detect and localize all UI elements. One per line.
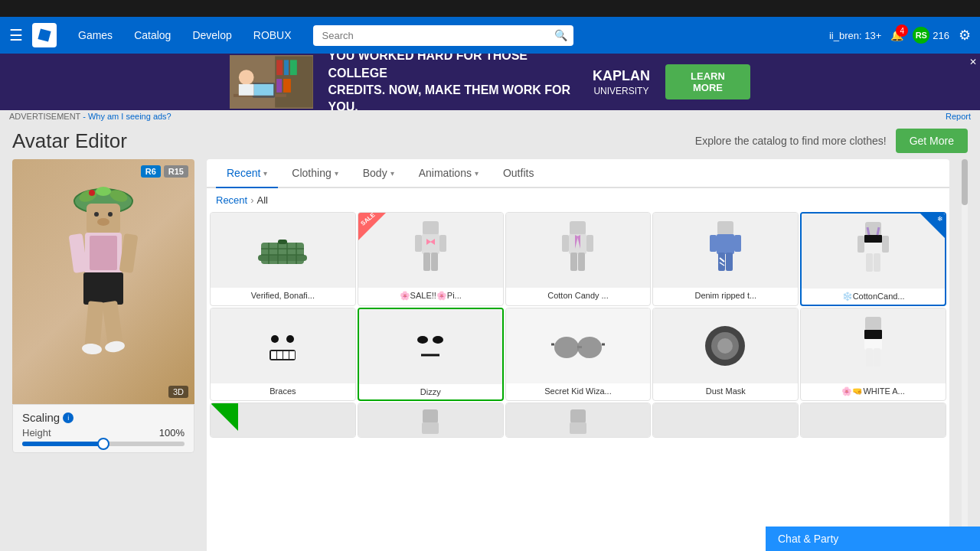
nav-catalog[interactable]: Catalog	[125, 24, 180, 46]
catalog-item-15[interactable]	[800, 403, 946, 438]
catalog-item-9[interactable]: Dust Mask	[652, 308, 799, 401]
catalog-item-14[interactable]	[652, 403, 799, 438]
catalog-item-7[interactable]: Dizzy	[358, 308, 504, 401]
catalog-item-10[interactable]: 🌸🤜WHITE A...	[800, 308, 946, 401]
svg-point-17	[89, 190, 95, 196]
navbar: ☰ Games Catalog Develop ROBUX 🔍 ii_bren:…	[0, 17, 980, 54]
nav-games[interactable]: Games	[69, 24, 122, 46]
item-name-6: Braces	[211, 383, 355, 399]
svg-line-68	[877, 227, 879, 235]
item-image-8	[506, 308, 651, 383]
robux-display[interactable]: RS 216	[913, 27, 949, 44]
catalog-item-8[interactable]: Secret Kid Wiza...	[505, 308, 652, 401]
svg-rect-95	[422, 422, 439, 434]
svg-rect-73	[277, 351, 283, 359]
search-container: 🔍	[313, 25, 573, 46]
catalog-item-2[interactable]: SALE 🌸SALE!!🌸Pi...	[358, 212, 504, 306]
search-input[interactable]	[313, 25, 573, 46]
get-more-button[interactable]: Get More	[896, 129, 968, 153]
catalog-item-6[interactable]: Braces	[210, 308, 356, 401]
svg-rect-7	[283, 79, 291, 93]
notifications-icon[interactable]: 🔔 4	[890, 29, 903, 41]
ad-text: YOU WORKED HARD FOR THOSE COLLEGE CREDIT…	[328, 54, 577, 110]
item-image-12	[358, 403, 503, 438]
svg-point-81	[577, 337, 602, 358]
svg-rect-32	[258, 255, 307, 261]
catalog-item-12[interactable]	[358, 403, 504, 438]
catalog-item-11[interactable]	[210, 403, 356, 438]
chat-bar[interactable]: Chat & Party	[766, 527, 980, 551]
height-label: Height	[22, 427, 51, 439]
item-image-4	[653, 213, 798, 288]
item-name-4: Denim ripped t...	[653, 288, 798, 303]
tab-outfits[interactable]: Outfits	[492, 159, 544, 188]
catalog-item-13[interactable]	[505, 403, 652, 438]
tab-body[interactable]: Body▾	[352, 159, 405, 188]
svg-rect-96	[570, 409, 586, 423]
svg-rect-75	[289, 351, 295, 359]
tab-clothing[interactable]: Clothing▾	[281, 159, 348, 188]
item-image-9	[653, 308, 798, 383]
item-image-10	[801, 308, 946, 383]
svg-point-77	[433, 336, 443, 344]
catalog-scrollbar[interactable]	[962, 159, 968, 551]
scaling-title-text: Scaling	[22, 411, 60, 424]
breadcrumb-parent[interactable]: Recent	[216, 194, 247, 206]
scrollbar-thumb[interactable]	[962, 159, 968, 205]
navbar-right: ii_bren: 13+ 🔔 4 RS 216 ⚙	[829, 27, 971, 44]
scaling-section: Scaling i Height 100%	[12, 404, 194, 453]
height-slider-thumb[interactable]	[97, 438, 109, 450]
menu-icon[interactable]: ☰	[9, 26, 23, 44]
avatar-preview: R6 R15	[12, 159, 194, 404]
item-image-15	[801, 403, 946, 438]
ad-footer: ADVERTISEMENT - Why am I seeing ads? Rep…	[0, 110, 980, 122]
svg-rect-26	[119, 233, 139, 273]
breadcrumb-sep: ›	[250, 194, 253, 206]
svg-rect-23	[90, 236, 117, 270]
catalog-item-4[interactable]: Denim ripped t...	[652, 212, 799, 306]
3d-badge[interactable]: 3D	[168, 386, 188, 398]
svg-rect-28	[102, 301, 123, 347]
r15-badge[interactable]: R15	[164, 165, 188, 178]
svg-rect-65	[858, 236, 864, 253]
nav-develop[interactable]: Develop	[183, 24, 240, 46]
explore-text: Explore the catalog to find more clothes…	[695, 135, 887, 147]
svg-point-11	[239, 70, 254, 85]
svg-rect-87	[865, 317, 881, 331]
main-content: R6 R15	[0, 153, 980, 551]
search-icon[interactable]: 🔍	[554, 29, 567, 41]
svg-rect-24	[83, 272, 123, 305]
item-name-2: 🌸SALE!!🌸Pi...	[358, 288, 503, 304]
svg-rect-74	[283, 351, 289, 359]
svg-rect-90	[866, 348, 873, 367]
why-ads-link[interactable]: - Why am I seeing ads?	[83, 112, 172, 121]
report-ad-link[interactable]: Report	[946, 112, 971, 121]
catalog-tabs: Recent▾ Clothing▾ Body▾ Animations▾ Outf…	[207, 159, 949, 188]
catalog-grid-row3	[207, 403, 949, 438]
height-value: 100%	[159, 427, 185, 439]
svg-rect-41	[422, 234, 439, 254]
svg-rect-3	[276, 60, 283, 75]
catalog-grid-row1: Verified, Bonafi... SALE	[207, 212, 949, 306]
svg-rect-63	[866, 253, 873, 272]
roblox-logo[interactable]	[32, 23, 57, 47]
svg-rect-39	[278, 240, 287, 244]
learn-more-button[interactable]: LEARN MORE	[665, 64, 750, 99]
robux-icon: RS	[913, 27, 929, 44]
page-header: Avatar Editor Explore the catalog to fin…	[0, 122, 980, 153]
catalog-item-3[interactable]: Cotton Candy ...	[505, 212, 652, 306]
nav-robux[interactable]: ROBUX	[244, 24, 301, 46]
catalog-item-5[interactable]: ❄ ❄️CottonCand...	[800, 212, 946, 306]
svg-rect-59	[734, 235, 741, 252]
robux-amount: 216	[933, 30, 949, 41]
svg-rect-62	[864, 235, 882, 243]
tab-animations[interactable]: Animations▾	[408, 159, 489, 188]
settings-icon[interactable]: ⚙	[959, 27, 971, 44]
ad-image	[230, 55, 313, 109]
catalog-item-1[interactable]: Verified, Bonafi...	[210, 212, 356, 306]
tab-recent[interactable]: Recent▾	[216, 159, 278, 188]
svg-point-21	[97, 218, 109, 226]
chat-bar-label: Chat & Party	[778, 533, 838, 545]
scaling-info-icon[interactable]: i	[63, 412, 74, 423]
ad-close-icon[interactable]: ✕	[969, 57, 977, 67]
